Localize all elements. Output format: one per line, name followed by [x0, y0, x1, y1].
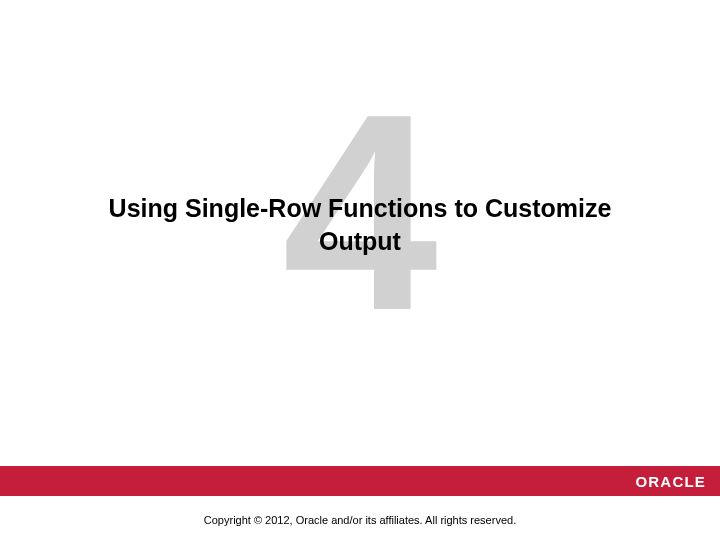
copyright-text: Copyright © 2012, Oracle and/or its affi…	[204, 514, 516, 526]
footer-bar: ORACLE	[0, 466, 720, 496]
slide-container: 4 Using Single-Row Functions to Customiz…	[0, 0, 720, 540]
slide-title: Using Single-Row Functions to Customize …	[80, 192, 640, 257]
oracle-logo: ORACLE	[635, 473, 706, 490]
